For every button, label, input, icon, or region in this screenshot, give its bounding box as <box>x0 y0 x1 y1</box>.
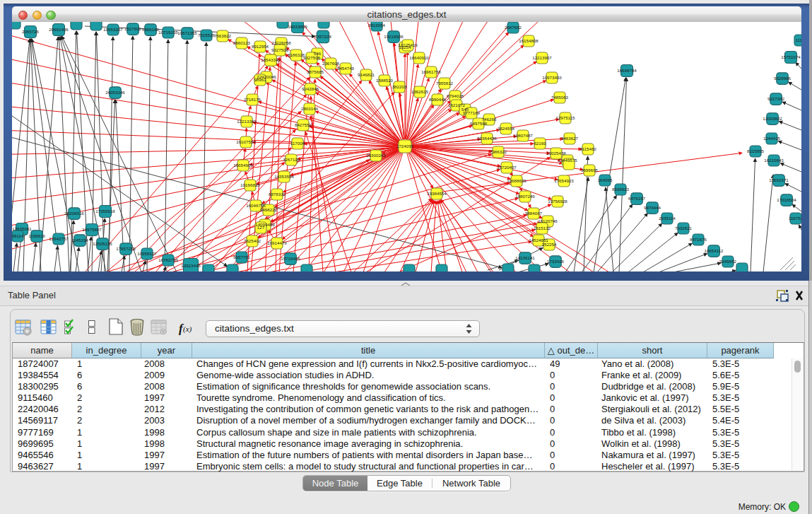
svg-text:8938923: 8938923 <box>612 187 630 192</box>
svg-text:16107554: 16107554 <box>236 139 256 144</box>
svg-text:7515526: 7515526 <box>198 33 216 37</box>
svg-text:17016504: 17016504 <box>777 197 796 202</box>
svg-text:25300243: 25300243 <box>366 153 386 158</box>
svg-text:9245652: 9245652 <box>719 259 737 264</box>
svg-text:(x): (x) <box>183 325 192 334</box>
svg-text:10807487: 10807487 <box>513 133 533 138</box>
svg-text:9146821: 9146821 <box>358 72 375 77</box>
svg-text:8813054: 8813054 <box>368 23 386 28</box>
svg-text:14136141: 14136141 <box>515 255 535 260</box>
svg-text:10958107: 10958107 <box>137 251 157 256</box>
svg-text:12213967: 12213967 <box>532 55 552 60</box>
svg-text:8215955: 8215955 <box>747 148 765 153</box>
svg-text:7986322: 7986322 <box>490 149 507 154</box>
svg-text:12942757: 12942757 <box>49 236 69 241</box>
svg-text:9227342: 9227342 <box>767 96 785 101</box>
svg-text:9327508: 9327508 <box>303 55 321 60</box>
svg-text:12093822: 12093822 <box>763 116 782 121</box>
svg-text:16654905: 16654905 <box>233 163 253 168</box>
svg-text:14353594: 14353594 <box>274 174 294 179</box>
svg-text:13449575: 13449575 <box>558 158 577 163</box>
svg-text:9474444: 9474444 <box>644 205 661 210</box>
svg-text:62160: 62160 <box>534 141 546 146</box>
svg-text:10719155: 10719155 <box>158 30 178 35</box>
svg-text:10654112: 10654112 <box>704 248 724 253</box>
svg-text:8660123: 8660123 <box>233 40 251 45</box>
svg-text:20691406: 20691406 <box>49 27 69 32</box>
svg-text:9329966: 9329966 <box>774 76 792 81</box>
svg-text:20364436: 20364436 <box>477 136 497 141</box>
svg-text:2935114: 2935114 <box>659 216 676 221</box>
svg-text:15720407: 15720407 <box>497 165 517 170</box>
svg-text:1733426: 1733426 <box>547 259 565 264</box>
svg-text:1362615: 1362615 <box>411 89 429 94</box>
svg-text:19166825: 19166825 <box>240 182 260 187</box>
svg-text:1145194: 1145194 <box>71 238 88 243</box>
svg-text:7632621: 7632621 <box>675 226 693 230</box>
svg-text:23226058: 23226058 <box>271 40 291 45</box>
svg-text:7357224: 7357224 <box>314 34 332 39</box>
svg-text:2718176: 2718176 <box>244 97 261 102</box>
svg-text:16210643: 16210643 <box>764 158 784 163</box>
svg-text:19218506: 19218506 <box>384 34 404 39</box>
svg-text:26053346: 26053346 <box>105 90 125 95</box>
svg-text:16543342: 16543342 <box>261 57 281 62</box>
svg-text:17957253: 17957253 <box>116 246 136 251</box>
svg-text:10973493: 10973493 <box>542 75 562 80</box>
svg-text:1615132: 1615132 <box>534 226 551 230</box>
svg-text:7663822: 7663822 <box>214 33 232 38</box>
svg-text:8186328: 8186328 <box>288 52 305 57</box>
svg-text:1156819: 1156819 <box>28 233 45 238</box>
svg-text:9699695: 9699695 <box>581 168 599 173</box>
svg-text:2367608: 2367608 <box>322 61 340 66</box>
svg-text:9327506: 9327506 <box>271 47 289 52</box>
svg-text:2803144: 2803144 <box>301 106 319 111</box>
svg-text:15692971: 15692971 <box>769 177 789 182</box>
svg-text:9777169: 9777169 <box>463 110 481 115</box>
svg-text:3267110: 3267110 <box>283 157 300 162</box>
svg-text:252254: 252254 <box>542 242 557 247</box>
svg-text:10688609: 10688609 <box>507 178 526 183</box>
svg-text:6497568: 6497568 <box>470 121 488 126</box>
svg-text:18807249: 18807249 <box>515 194 535 199</box>
svg-text:7625402: 7625402 <box>244 238 261 243</box>
svg-text:16782759: 16782759 <box>158 257 178 262</box>
svg-text:1112: 1112 <box>796 37 801 42</box>
svg-text:6794028: 6794028 <box>447 93 464 98</box>
svg-text:10975887: 10975887 <box>82 227 102 232</box>
svg-text:8454749: 8454749 <box>337 66 355 71</box>
svg-text:39114: 39114 <box>12 233 24 238</box>
svg-text:16120746: 16120746 <box>538 218 558 223</box>
svg-text:7485063: 7485063 <box>551 95 569 100</box>
svg-text:1244415: 1244415 <box>763 136 781 141</box>
svg-text:17359918: 17359918 <box>95 209 115 214</box>
svg-text:19756928: 19756928 <box>548 199 567 204</box>
svg-text:20206516: 20206516 <box>64 211 84 216</box>
svg-text:17654923: 17654923 <box>554 178 574 183</box>
svg-text:8471676: 8471676 <box>690 237 707 242</box>
svg-text:12505135: 12505135 <box>93 241 112 246</box>
svg-text:9463627: 9463627 <box>561 136 579 141</box>
svg-text:10653267: 10653267 <box>103 27 123 32</box>
svg-text:3875685: 3875685 <box>307 69 324 74</box>
svg-text:9657791: 9657791 <box>233 255 251 259</box>
svg-text:2055726: 2055726 <box>22 29 40 34</box>
svg-text:117004: 117004 <box>290 141 305 146</box>
svg-text:16961758: 16961758 <box>421 69 441 74</box>
svg-text:15751074: 15751074 <box>781 54 801 59</box>
svg-text:9242848: 9242848 <box>302 86 319 91</box>
svg-text:1724095: 1724095 <box>396 144 414 148</box>
svg-text:2687682: 2687682 <box>505 25 522 30</box>
svg-text:164095: 164095 <box>598 177 613 182</box>
svg-text:12835061: 12835061 <box>12 226 32 231</box>
svg-text:10025438: 10025438 <box>546 151 566 156</box>
svg-text:16640910: 16640910 <box>409 55 429 60</box>
svg-text:6966160: 6966160 <box>142 27 160 32</box>
svg-text:16648784: 16648784 <box>617 68 637 73</box>
svg-text:8990448: 8990448 <box>429 97 447 102</box>
svg-text:6479197: 6479197 <box>628 196 646 201</box>
svg-text:15716485: 15716485 <box>281 256 300 261</box>
svg-text:116753: 116753 <box>789 216 801 221</box>
svg-text:98961: 98961 <box>254 77 266 82</box>
svg-text:3624554: 3624554 <box>498 126 515 131</box>
